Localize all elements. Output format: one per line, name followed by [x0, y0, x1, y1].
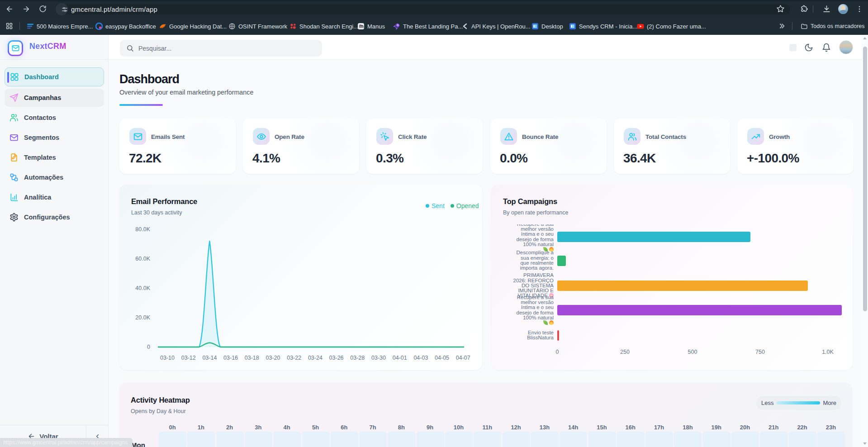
svg-text:03-20: 03-20	[266, 355, 280, 361]
svg-text:04-03: 04-03	[413, 355, 428, 361]
svg-text:03-28: 03-28	[350, 355, 365, 361]
svg-text:03-30: 03-30	[371, 355, 386, 361]
svg-text:40.0K: 40.0K	[135, 285, 150, 291]
svg-text:03-24: 03-24	[308, 355, 323, 361]
svg-text:03-14: 03-14	[202, 355, 217, 361]
svg-text:03-10: 03-10	[160, 355, 175, 361]
svg-text:04-05: 04-05	[435, 355, 449, 361]
svg-text:03-22: 03-22	[287, 355, 301, 361]
svg-text:03-16: 03-16	[223, 355, 238, 361]
svg-text:03-12: 03-12	[181, 355, 196, 361]
svg-text:0: 0	[147, 344, 150, 350]
svg-text:20.0K: 20.0K	[135, 314, 150, 321]
svg-text:03-18: 03-18	[245, 355, 259, 361]
svg-text:60.0K: 60.0K	[135, 256, 150, 262]
svg-text:04-07: 04-07	[456, 355, 470, 361]
svg-text:80.0K: 80.0K	[135, 226, 150, 233]
svg-text:03-26: 03-26	[329, 355, 344, 361]
svg-text:04-01: 04-01	[393, 355, 407, 361]
